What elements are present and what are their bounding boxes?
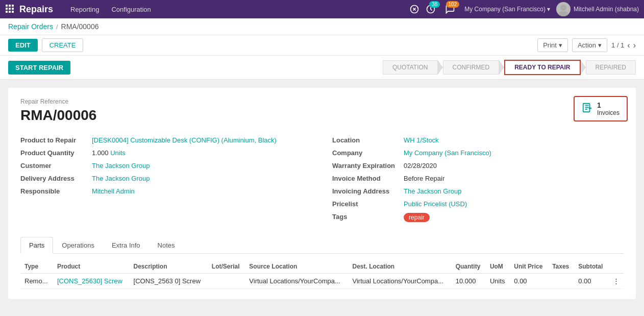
col-dest-location: Dest. Location	[348, 260, 451, 274]
chat-icon-btn[interactable]: 102	[445, 4, 455, 14]
row-description: [CONS_2563 0] Screw	[130, 274, 208, 289]
svg-point-12	[558, 11, 568, 16]
step-confirmed[interactable]: CONFIRMED	[443, 60, 500, 75]
table-row: Remo... [CONS_25630] Screw [CONS_2563 0]…	[20, 274, 624, 289]
svg-rect-6	[6, 11, 8, 13]
row-unit-price: 0.00	[510, 274, 548, 289]
pagination: 1 / 1 ‹ ›	[611, 41, 636, 50]
col-source-location: Source Location	[245, 260, 348, 274]
clock-badge: 38	[429, 1, 440, 8]
table-header-row: Type Product Description Lot/Serial Sour…	[20, 260, 624, 274]
reporting-menu-item[interactable]: Reporting	[65, 4, 104, 15]
pricelist-link[interactable]: Public Pricelist (USD)	[404, 200, 467, 208]
col-description: Description	[130, 260, 208, 274]
breadcrumb-current: RMA/00006	[61, 22, 99, 31]
company-link[interactable]: My Company (San Francisco)	[404, 149, 491, 157]
invoicing-address-link[interactable]: The Jackson Group	[404, 187, 461, 195]
breadcrumb-parent[interactable]: Repair Orders	[8, 22, 53, 31]
field-location: Location WH 1/Stock	[332, 134, 624, 147]
step-ready-to-repair[interactable]: READY TO REPAIR	[504, 60, 580, 75]
col-actions	[608, 260, 624, 274]
row-uom: Units	[486, 274, 510, 289]
status-bar: START REPAIR QUOTATION CONFIRMED READY T…	[0, 56, 644, 80]
product-to-repair-link[interactable]: [DESK0004] Customizable Desk (CONFIG) (A…	[92, 136, 277, 144]
field-responsible: Responsible Mitchell Admin	[20, 185, 312, 198]
field-customer: Customer The Jackson Group	[20, 159, 312, 172]
svg-point-11	[560, 5, 566, 11]
tab-operations[interactable]: Operations	[53, 237, 103, 254]
svg-rect-3	[6, 8, 8, 10]
tag-repair[interactable]: repair	[404, 213, 430, 222]
field-product-to-repair: Product to Repair [DESK0004] Customizabl…	[20, 134, 312, 147]
row-source-location: Virtual Locations/YourCompa...	[245, 274, 348, 289]
field-invoice-method: Invoice Method Before Repair	[332, 172, 624, 185]
delivery-address-link[interactable]: The Jackson Group	[92, 175, 150, 182]
step-quotation[interactable]: QUOTATION	[383, 60, 438, 75]
bug-icon-btn[interactable]	[409, 4, 419, 14]
row-lot-serial	[208, 274, 245, 289]
user-menu[interactable]: Mitchell Admin (shabna)	[556, 2, 639, 16]
field-pricelist: Pricelist Public Pricelist (USD)	[332, 198, 624, 210]
repair-ref-label: Repair Reference	[20, 98, 624, 105]
row-type: Remo...	[20, 274, 53, 289]
svg-rect-0	[6, 5, 8, 7]
svg-rect-5	[12, 8, 14, 10]
status-steps: QUOTATION CONFIRMED READY TO REPAIR REPA…	[383, 60, 636, 75]
next-page-button[interactable]: ›	[633, 41, 636, 50]
row-taxes	[548, 274, 574, 289]
breadcrumb: Repair Orders / RMA/00006	[0, 18, 644, 35]
parts-table: Type Product Description Lot/Serial Sour…	[20, 260, 624, 289]
tabs-container: Parts Operations Extra Info Notes	[20, 237, 624, 254]
chat-badge: 102	[446, 1, 460, 8]
field-warranty: Warranty Expiration 02/28/2020	[332, 159, 624, 172]
grid-icon[interactable]	[5, 4, 14, 15]
svg-rect-1	[9, 5, 11, 7]
field-invoicing-address: Invoicing Address The Jackson Group	[332, 185, 624, 198]
repair-ref-value: RMA/00006	[20, 107, 624, 124]
row-menu[interactable]: ⋮	[608, 274, 624, 289]
field-company: Company My Company (San Francisco)	[332, 147, 624, 159]
field-tags: Tags repair	[332, 210, 624, 225]
start-repair-button[interactable]: START REPAIR	[8, 61, 70, 75]
clock-icon-btn[interactable]: 38	[426, 4, 436, 14]
col-type: Type	[20, 260, 53, 274]
row-quantity: 10.000	[452, 274, 486, 289]
tab-parts[interactable]: Parts	[20, 237, 53, 254]
col-quantity: Quantity	[452, 260, 486, 274]
responsible-link[interactable]: Mitchell Admin	[92, 187, 135, 195]
customer-link[interactable]: The Jackson Group	[92, 162, 150, 169]
configuration-menu-item[interactable]: Configuration	[106, 4, 156, 15]
company-selector[interactable]: My Company (San Francisco) ▾	[464, 6, 550, 13]
col-taxes: Taxes	[548, 260, 574, 274]
edit-button[interactable]: EDIT	[8, 39, 38, 52]
print-button[interactable]: Print ▾	[537, 38, 568, 52]
col-uom: UoM	[486, 260, 510, 274]
location-link[interactable]: WH 1/Stock	[404, 136, 439, 144]
prev-page-button[interactable]: ‹	[627, 41, 630, 50]
action-button[interactable]: Action ▾	[572, 38, 607, 52]
fields-left: Product to Repair [DESK0004] Customizabl…	[20, 134, 312, 225]
field-delivery-address: Delivery Address The Jackson Group	[20, 172, 312, 185]
fields-right: Location WH 1/Stock Company My Company (…	[332, 134, 624, 225]
app-title: Repairs	[19, 4, 53, 15]
avatar	[556, 2, 571, 16]
form-card: 1 Invoices Repair Reference RMA/00006 Pr…	[8, 88, 636, 299]
col-product: Product	[53, 260, 130, 274]
tab-extra-info[interactable]: Extra Info	[103, 237, 149, 254]
top-menu: Reporting Configuration	[65, 4, 409, 15]
invoices-button[interactable]: 1 Invoices	[574, 96, 628, 121]
col-subtotal: Subtotal	[574, 260, 608, 274]
units-link[interactable]: Units	[110, 149, 126, 157]
action-bar: EDIT CREATE Print ▾ Action ▾ 1 / 1 ‹ ›	[0, 35, 644, 56]
row-dest-location: Virtual Locations/YourCompa...	[348, 274, 451, 289]
create-button[interactable]: CREATE	[42, 38, 84, 52]
main-content: 1 Invoices Repair Reference RMA/00006 Pr…	[0, 80, 644, 307]
fields-grid: Product to Repair [DESK0004] Customizabl…	[20, 134, 624, 225]
step-repaired[interactable]: REPAIRED	[586, 60, 636, 75]
tab-notes[interactable]: Notes	[149, 237, 184, 254]
row-product[interactable]: [CONS_25630] Screw	[53, 274, 130, 289]
topnav-right: 38 102 My Company (San Francisco) ▾ Mitc…	[409, 2, 639, 16]
top-navigation: Repairs Reporting Configuration 38 102 M…	[0, 0, 644, 18]
invoice-icon	[582, 102, 593, 116]
breadcrumb-separator: /	[56, 23, 58, 31]
